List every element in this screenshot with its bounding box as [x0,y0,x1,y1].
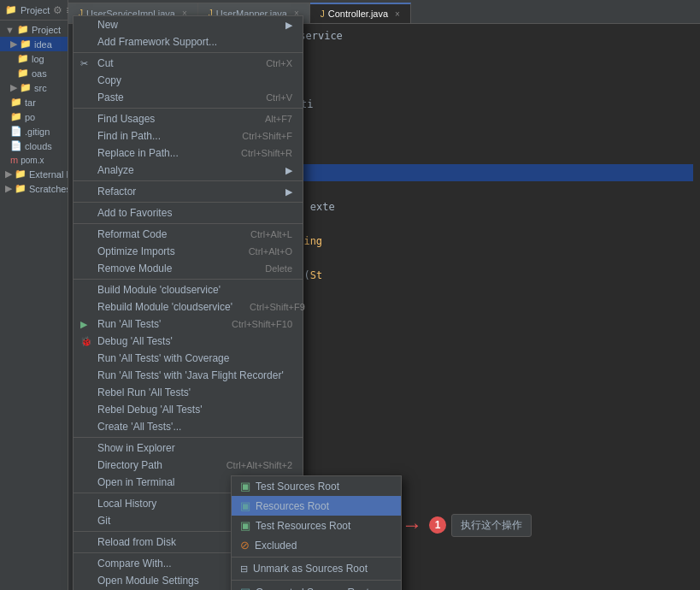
menu-label: Replace in Path... [97,147,179,159]
submenu-label: Unmark as Sources Root [253,563,368,575]
menu-label: Build Module 'cloudservice' [97,284,221,296]
menu-item-refactor[interactable]: Refactor ▶ [74,183,303,200]
menu-item-remove-module[interactable]: Remove Module Delete [74,260,303,277]
settings-icon[interactable]: ⚙ [53,4,62,16]
callout: → 1 执行这个操作 [402,513,532,537]
tree-item-log[interactable]: 📁 log [0,51,68,66]
submenu-item-test-sources[interactable]: ▣ Test Sources Root [232,476,401,496]
shortcut-rebuild: Ctrl+Shift+F9 [250,302,305,312]
menu-label: Copy [97,74,121,86]
tree-item-idea[interactable]: ▶ 📁 idea [0,37,68,51]
sidebar: 📁 Project ⚙ ≡ ⚙ ▼ 📁 Project ▶ 📁 idea 📁 l… [0,0,68,590]
tree-item-tar[interactable]: 📁 tar [0,95,68,109]
menu-sep-2 [74,108,303,109]
tree-item-scratches[interactable]: ▶ 📁 Scratches [0,181,68,196]
debug-icon: 🐞 [80,336,92,347]
menu-label: Analyze [97,164,134,176]
menu-item-run-jfr[interactable]: Run 'All Tests' with 'Java Flight Record… [74,367,303,384]
menu-label: Rebuild Module 'cloudservice' [97,301,232,313]
folder-icon: 📁 [15,183,26,194]
tree-arrow: ▶ [5,183,12,194]
menu-item-rebuild-module[interactable]: Rebuild Module 'cloudservice' Ctrl+Shift… [74,298,303,316]
submenu-arrow: ▶ [285,165,292,176]
shortcut-paste: Ctrl+V [266,92,292,103]
menu-label: Open Module Settings [97,575,199,587]
menu-item-create-tests[interactable]: Create 'All Tests'... [74,418,303,435]
tab-controller[interactable]: J Controller.java × [310,3,411,23]
submenu-item-excluded[interactable]: ⊘ Excluded [232,535,401,555]
tree-label: .gitign [25,127,50,137]
tree-item-external[interactable]: ▶ 📁 External L [0,167,68,181]
tree-label: idea [34,39,52,50]
generated-icon: ▣ [240,586,250,590]
menu-item-find-path[interactable]: Find in Path... Ctrl+Shift+F [74,127,303,145]
callout-badge: 1 [429,516,446,534]
menu-item-find-usages[interactable]: Find Usages Alt+F7 [74,110,303,127]
tree-item-po[interactable]: 📁 po [0,109,68,124]
menu-sep-6 [74,279,303,280]
submenu-item-generated[interactable]: ▣ Generated Sources Root [232,582,401,590]
unmark-icon: ⊟ [240,563,248,575]
tree-arrow: ▶ [10,82,17,93]
folder-icon: 📁 [17,24,29,35]
callout-text: 执行这个操作 [451,514,532,537]
menu-item-paste[interactable]: Paste Ctrl+V [74,89,303,106]
menu-label: Refactor [97,186,136,198]
menu-item-reformat[interactable]: Reformat Code Ctrl+Alt+L [74,226,303,243]
menu-item-dir-path[interactable]: Directory Path Ctrl+Alt+Shift+2 [74,457,303,474]
tree-label: Project [32,25,61,35]
menu-item-build-module[interactable]: Build Module 'cloudservice' [74,281,303,298]
tree-item-pom[interactable]: m pom.x [0,153,68,167]
menu-item-optimize-imports[interactable]: Optimize Imports Ctrl+Alt+O [74,243,303,260]
menu-label: Reload from Disk [97,536,176,548]
menu-label: Show in Explorer [97,442,175,454]
tree-item-gitign[interactable]: 📄 .gitign [0,124,68,139]
submenu-item-resources[interactable]: ▣ Resources Root [232,496,401,516]
menu-label: Find in Path... [97,130,161,142]
menu-item-debug-tests[interactable]: 🐞 Debug 'All Tests' [74,333,303,350]
menu-item-rebel-run[interactable]: Rebel Run 'All Tests' [74,384,303,401]
menu-item-run-coverage[interactable]: Run 'All Tests' with Coverage [74,350,303,367]
menu-item-add-favorites[interactable]: Add to Favorites [74,204,303,221]
menu-label: Add to Favorites [97,207,172,219]
callout-arrow-icon: → [402,513,422,537]
menu-item-add-framework[interactable]: Add Framework Support... [74,33,303,50]
menu-item-new[interactable]: New ▶ [74,16,303,33]
menu-item-rebel-debug[interactable]: Rebel Debug 'All Tests' [74,401,303,418]
menu-sep-7 [74,437,303,438]
tree-item-src[interactable]: ▶ 📁 src [0,80,68,95]
test-resources-icon: ▣ [240,519,250,532]
menu-label: Add Framework Support... [97,36,217,48]
resources-icon: ▣ [240,499,250,512]
tree-label: tar [25,97,36,108]
menu-item-cut[interactable]: ✂ Cut Ctrl+X [74,55,303,72]
menu-item-run-tests[interactable]: ▶ Run 'All Tests' Ctrl+Shift+F10 [74,316,303,333]
tab-close[interactable]: × [395,9,400,19]
tree-item-oas[interactable]: 📁 oas [0,66,68,80]
folder-icon: 📁 [10,97,22,108]
submenu-item-test-resources[interactable]: ▣ Test Resources Root [232,516,401,535]
submenu-sep-2 [232,580,401,581]
submenu-item-unmark[interactable]: ⊟ Unmark as Sources Root [232,559,401,578]
menu-item-replace-path[interactable]: Replace in Path... Ctrl+Shift+R [74,145,303,162]
shortcut-reformat: Ctrl+Alt+L [250,229,292,239]
submenu-label: Excluded [255,540,297,552]
sidebar-project-icon: 📁 [5,4,17,15]
menu-item-copy[interactable]: Copy [74,72,303,89]
run-icon: ▶ [80,319,87,330]
tree-label: Scratches [29,184,68,194]
menu-item-analyze[interactable]: Analyze ▶ [74,162,303,179]
tree-item-project[interactable]: ▼ 📁 Project [0,22,68,37]
menu-sep-3 [74,180,303,181]
tree-item-clouds[interactable]: 📄 clouds [0,139,68,153]
submenu-arrow: ▶ [285,20,292,31]
folder-icon: 📁 [20,38,32,50]
tree-label: src [34,83,47,93]
tab-java-icon: J [321,9,325,19]
menu-label: Cut [97,57,114,69]
shortcut-optimize: Ctrl+Alt+O [249,246,292,257]
menu-label: Debug 'All Tests' [97,335,173,347]
excluded-icon: ⊘ [240,539,250,552]
cut-icon: ✂ [80,58,88,69]
menu-item-show-explorer[interactable]: Show in Explorer [74,440,303,457]
